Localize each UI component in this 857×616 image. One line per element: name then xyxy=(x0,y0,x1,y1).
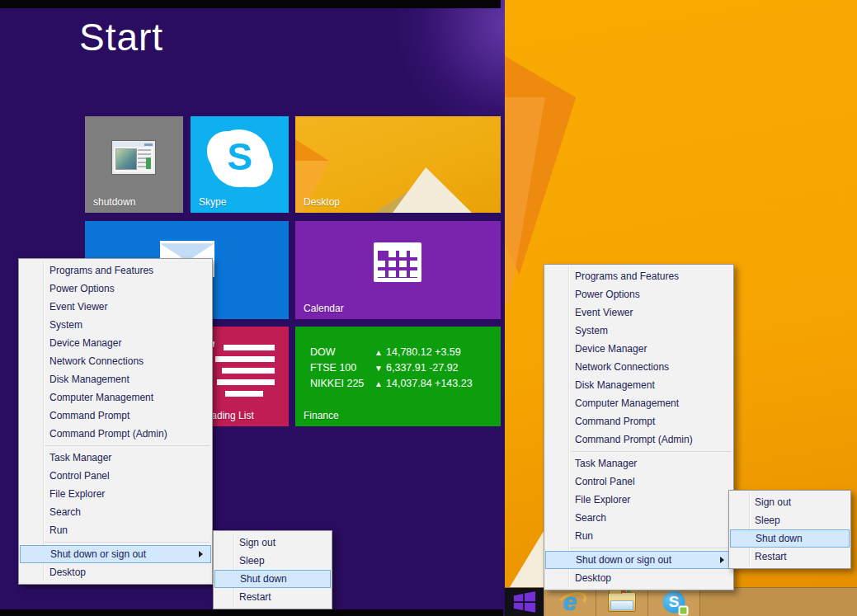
submenu-arrow-icon xyxy=(199,551,203,557)
menu-item-power-options[interactable]: Power Options xyxy=(544,285,733,303)
menu-item-file-explorer[interactable]: File Explorer xyxy=(19,485,212,503)
menu-separator xyxy=(45,542,210,543)
submenu-item-shut-down[interactable]: Shut down xyxy=(214,570,331,588)
skype-status-badge xyxy=(679,606,689,616)
menu-item-control-panel[interactable]: Control Panel xyxy=(544,473,733,491)
reading-list-icon xyxy=(205,345,275,396)
menu-item-device-manager[interactable]: Device Manager xyxy=(544,340,733,358)
submenu-item-sleep[interactable]: Sleep xyxy=(729,511,850,529)
tile-finance[interactable]: DOW▲14,780.12 +3.59 FTSE 100▼6,337.91 -2… xyxy=(295,327,501,426)
menu-item-task-manager[interactable]: Task Manager xyxy=(544,454,733,473)
wallpaper-triangle-shape xyxy=(393,167,472,213)
up-arrow-icon: ▲ xyxy=(374,376,386,392)
menu-item-programs-and-features[interactable]: Programs and Features xyxy=(544,267,733,285)
screenshot-root: Start shutdown S Skype Desktop xyxy=(0,0,857,616)
tile-label: Skype xyxy=(199,196,226,208)
skype-logo-icon: S xyxy=(210,129,270,187)
menu-item-search[interactable]: Search xyxy=(544,509,733,527)
menu-item-programs-and-features[interactable]: Programs and Features xyxy=(19,261,212,280)
menu-item-power-options[interactable]: Power Options xyxy=(19,280,212,298)
menu-item-command-prompt-admin[interactable]: Command Prompt (Admin) xyxy=(19,425,212,443)
menu-item-file-explorer[interactable]: File Explorer xyxy=(544,491,733,509)
menu-item-system[interactable]: System xyxy=(544,322,733,340)
menu-item-task-manager[interactable]: Task Manager xyxy=(19,449,212,467)
menu-item-network-connections[interactable]: Network Connections xyxy=(544,358,733,376)
winx-menu-left: Programs and Features Power Options Even… xyxy=(18,258,213,585)
market-quotes: DOW▲14,780.12 +3.59 FTSE 100▼6,337.91 -2… xyxy=(310,345,473,392)
taskbar: e S xyxy=(505,587,857,616)
shutdown-submenu-right: Sign out Sleep Shut down Restart xyxy=(728,490,851,569)
file-explorer-icon[interactable] xyxy=(596,588,647,616)
menu-item-shut-down-or-sign-out[interactable]: Shut down or sign out xyxy=(20,545,211,563)
menu-item-disk-management[interactable]: Disk Management xyxy=(19,370,212,388)
submenu-item-shut-down[interactable]: Shut down xyxy=(730,529,850,548)
quote-row: NIKKEI 225▲14,037.84 +143.23 xyxy=(310,376,473,392)
menu-item-control-panel[interactable]: Control Panel xyxy=(19,467,212,485)
tile-label: Calendar xyxy=(304,303,344,314)
app-window-icon xyxy=(112,141,155,174)
menu-separator xyxy=(570,451,731,452)
top-border-strip xyxy=(0,0,501,8)
menu-item-desktop[interactable]: Desktop xyxy=(544,569,733,587)
shutdown-submenu-left: Sign out Sleep Shut down Restart xyxy=(213,530,332,609)
menu-item-computer-management[interactable]: Computer Management xyxy=(19,388,212,407)
tile-skype[interactable]: S Skype xyxy=(191,116,289,213)
quote-row: FTSE 100▼6,337.91 -27.92 xyxy=(310,360,473,376)
submenu-arrow-icon xyxy=(720,557,724,563)
menu-item-network-connections[interactable]: Network Connections xyxy=(19,352,212,370)
skype-icon[interactable]: S xyxy=(648,588,699,616)
menu-item-command-prompt[interactable]: Command Prompt xyxy=(19,407,212,425)
down-arrow-icon: ▼ xyxy=(374,360,386,376)
menu-item-run[interactable]: Run xyxy=(544,527,733,545)
winx-menu-right: Programs and Features Power Options Even… xyxy=(544,264,734,590)
menu-item-disk-management[interactable]: Disk Management xyxy=(544,376,733,394)
start-button[interactable] xyxy=(505,588,544,616)
menu-item-desktop[interactable]: Desktop xyxy=(19,563,212,581)
submenu-item-restart[interactable]: Restart xyxy=(729,548,850,566)
submenu-item-restart[interactable]: Restart xyxy=(214,588,332,606)
internet-explorer-icon[interactable]: e xyxy=(544,588,596,616)
menu-item-search[interactable]: Search xyxy=(19,503,212,521)
tile-label: Desktop xyxy=(304,196,340,208)
windows-flag-icon xyxy=(513,590,536,614)
menu-item-computer-management[interactable]: Computer Management xyxy=(544,394,733,412)
tile-desktop[interactable]: Desktop xyxy=(295,116,501,213)
menu-separator xyxy=(570,548,731,548)
menu-item-event-viewer[interactable]: Event Viewer xyxy=(19,298,212,316)
start-title: Start xyxy=(79,15,163,59)
tile-label: Finance xyxy=(304,410,339,421)
menu-item-command-prompt-admin[interactable]: Command Prompt (Admin) xyxy=(544,430,733,449)
menu-item-system[interactable]: System xyxy=(19,316,212,334)
up-arrow-icon: ▲ xyxy=(374,345,386,360)
submenu-item-sign-out[interactable]: Sign out xyxy=(729,493,850,511)
menu-item-device-manager[interactable]: Device Manager xyxy=(19,334,212,352)
quote-row: DOW▲14,780.12 +3.59 xyxy=(310,345,473,360)
bottom-border-strip xyxy=(0,609,503,616)
menu-separator xyxy=(45,445,210,446)
submenu-item-sleep[interactable]: Sleep xyxy=(214,552,332,570)
menu-item-run[interactable]: Run xyxy=(19,521,212,539)
tile-calendar[interactable]: Calendar xyxy=(295,221,501,319)
tile-label: shutdown xyxy=(93,196,135,208)
menu-item-command-prompt[interactable]: Command Prompt xyxy=(544,412,733,430)
menu-item-shut-down-or-sign-out[interactable]: Shut down or sign out xyxy=(545,551,732,569)
calendar-icon xyxy=(374,242,421,282)
submenu-item-sign-out[interactable]: Sign out xyxy=(214,534,332,552)
menu-item-event-viewer[interactable]: Event Viewer xyxy=(544,303,733,322)
tile-shutdown[interactable]: shutdown xyxy=(85,116,183,213)
